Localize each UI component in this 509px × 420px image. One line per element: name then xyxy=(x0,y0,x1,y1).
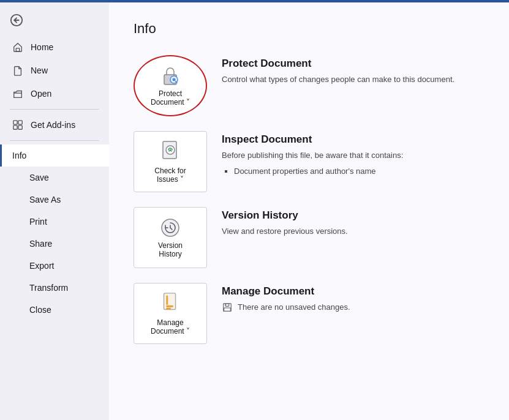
svg-rect-18 xyxy=(166,296,168,305)
protect-document-label: Protect Document ˅ xyxy=(151,89,190,107)
lock-icon xyxy=(159,65,181,87)
manage-document-icon xyxy=(159,291,181,316)
sidebar-item-info[interactable]: Info xyxy=(0,144,109,167)
sidebar-item-share[interactable]: Share xyxy=(0,233,109,255)
svg-rect-24 xyxy=(225,304,226,306)
inspect-document-card: Check for Issues ˅ Inspect Document Befo… xyxy=(134,131,484,192)
manage-document-icon-container xyxy=(159,291,181,316)
open-icon xyxy=(12,88,23,99)
check-for-issues-label: Check for Issues ˅ xyxy=(154,167,186,184)
sidebar-item-print[interactable]: Print xyxy=(0,211,109,233)
svg-rect-20 xyxy=(166,308,171,310)
sidebar-item-save-as[interactable]: Save As xyxy=(0,189,109,211)
version-history-desc: View and restore previous versions. xyxy=(222,225,484,238)
sidebar-item-export[interactable]: Export xyxy=(0,255,109,277)
sidebar-item-export-label: Export xyxy=(29,261,54,271)
inspect-document-desc: Before publishing this file, be aware th… xyxy=(222,149,484,177)
svg-rect-3 xyxy=(13,121,17,124)
inspect-document-title: Inspect Document xyxy=(222,133,484,146)
svg-rect-6 xyxy=(18,126,22,129)
sidebar-item-save[interactable]: Save xyxy=(0,167,109,189)
new-icon xyxy=(12,65,23,76)
manage-document-title: Manage Document xyxy=(222,285,484,298)
svg-rect-23 xyxy=(224,308,231,311)
page-title: Info xyxy=(134,21,484,37)
sidebar-item-print-label: Print xyxy=(29,217,47,227)
sidebar-item-get-add-ins[interactable]: Get Add-ins xyxy=(0,113,109,137)
svg-rect-5 xyxy=(13,126,17,129)
sidebar-item-home[interactable]: Home xyxy=(0,36,109,59)
sidebar-item-close[interactable]: Close xyxy=(0,299,109,321)
protect-document-info: Protect Document Control what types of c… xyxy=(222,55,484,86)
version-history-label: Version History xyxy=(158,241,183,258)
sidebar-item-save-as-label: Save As xyxy=(29,195,61,204)
sidebar: Home New Open xyxy=(0,2,109,420)
sidebar-item-open[interactable]: Open xyxy=(0,82,109,105)
sidebar-item-info-label: Info xyxy=(12,151,26,160)
svg-rect-2 xyxy=(16,48,19,51)
protect-document-button[interactable]: Protect Document ˅ xyxy=(134,55,207,116)
protect-document-desc: Control what types of changes people can… xyxy=(222,73,484,86)
sidebar-item-save-label: Save xyxy=(29,173,49,182)
unsaved-changes-icon xyxy=(222,302,233,313)
inspect-icon xyxy=(159,140,181,164)
manage-document-card: Manage Document ˅ Manage Document There … xyxy=(134,283,484,344)
svg-rect-21 xyxy=(224,303,232,311)
manage-document-desc: There are no unsaved changes. xyxy=(222,301,484,313)
sidebar-item-new-label: New xyxy=(31,66,48,75)
version-history-info: Version History View and restore previou… xyxy=(222,207,484,238)
back-icon xyxy=(10,13,23,27)
version-history-card: Version History Version History View and… xyxy=(134,207,484,268)
svg-point-13 xyxy=(170,149,172,151)
home-icon xyxy=(12,42,23,53)
sidebar-item-new[interactable]: New xyxy=(0,59,109,82)
protect-document-title: Protect Document xyxy=(222,58,484,70)
sidebar-divider-2 xyxy=(10,140,99,141)
manage-document-button[interactable]: Manage Document ˅ xyxy=(134,283,207,344)
back-button[interactable] xyxy=(0,7,109,33)
svg-rect-19 xyxy=(166,306,173,307)
manage-document-info: Manage Document There are no unsaved cha… xyxy=(222,283,484,313)
addins-icon xyxy=(12,119,23,130)
sidebar-item-share-label: Share xyxy=(29,239,52,249)
inspect-bullet-1: Document properties and author's name xyxy=(234,165,484,178)
version-history-icon xyxy=(159,217,181,239)
sidebar-item-home-label: Home xyxy=(31,42,53,52)
sidebar-divider-1 xyxy=(10,109,99,110)
version-history-button[interactable]: Version History xyxy=(134,207,207,268)
protect-document-card: Protect Document ˅ Protect Document Cont… xyxy=(134,55,484,116)
main-content: Info Protect Document ˅ Protect Document… xyxy=(109,2,509,420)
inspect-document-info: Inspect Document Before publishing this … xyxy=(222,131,484,177)
svg-rect-4 xyxy=(18,121,22,124)
sidebar-item-transform[interactable]: Transform xyxy=(0,277,109,299)
sidebar-item-open-label: Open xyxy=(31,89,51,99)
manage-document-label: Manage Document ˅ xyxy=(151,318,190,336)
sidebar-item-get-add-ins-label: Get Add-ins xyxy=(31,120,75,130)
svg-point-9 xyxy=(173,78,176,81)
version-history-title: Version History xyxy=(222,209,484,222)
sidebar-item-transform-label: Transform xyxy=(29,283,68,293)
sidebar-item-close-label: Close xyxy=(29,305,51,315)
check-for-issues-button[interactable]: Check for Issues ˅ xyxy=(134,131,207,192)
